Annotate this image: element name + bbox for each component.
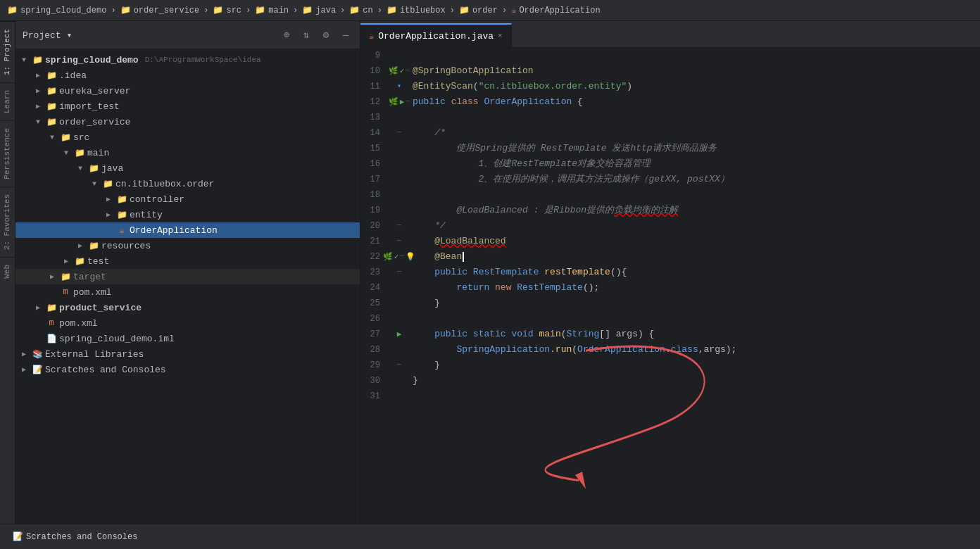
code-line-27: 27 ▶ public static void main(String[] ar…	[360, 327, 980, 342]
breadcrumb-item-7[interactable]: itbluebox	[400, 6, 446, 15]
tab-project[interactable]: 1: Project	[0, 21, 15, 82]
tree-item-test[interactable]: ▶ 📁 test	[15, 253, 360, 269]
breadcrumb-item-8[interactable]: order	[472, 6, 498, 15]
tree-item-pom1[interactable]: ▶ m pom.xml	[15, 284, 360, 300]
bottom-bar: 📝 Scratches and Consoles	[0, 524, 980, 549]
tab-favorites[interactable]: 2: Favorites	[0, 187, 15, 257]
code-line-13: 13	[360, 110, 980, 125]
xml-file-icon: m	[60, 286, 71, 298]
fold-icon-22[interactable]: ─	[400, 252, 404, 262]
folder-icon: 📁	[74, 255, 85, 267]
tree-label: pom.xml	[73, 287, 112, 298]
tree-item-order-service[interactable]: ▼ 📁 order_service	[15, 114, 360, 130]
breadcrumb-folder-icon-4: 📁	[255, 5, 265, 15]
tree-arrow: ▶	[103, 195, 114, 203]
tab-close-button[interactable]: ×	[498, 32, 503, 40]
tree-label: cn.itbluebox.order	[115, 179, 214, 189]
fold-open-icon-11[interactable]: ▾	[394, 82, 404, 92]
code-line-23: 23 ─ public RestTemplate restTemplate(){	[360, 265, 980, 280]
tree-item-main[interactable]: ▼ 📁 main	[15, 145, 360, 160]
code-line-29: 29 ─ }	[360, 358, 980, 373]
tree-item-scratches[interactable]: ▶ 📝 Scratches and Consoles	[15, 362, 360, 377]
tab-learn[interactable]: Learn	[0, 82, 15, 120]
tree-item-controller[interactable]: ▶ 📁 controller	[15, 191, 360, 207]
fold-icon-14[interactable]: ─	[394, 128, 404, 138]
breadcrumb-folder-icon-8: 📁	[459, 5, 470, 15]
breadcrumb-item-2[interactable]: order_service	[134, 6, 200, 15]
breadcrumb-item-4[interactable]: main	[268, 6, 289, 15]
tab-web[interactable]: Web	[0, 257, 15, 286]
tree-arrow: ▼	[61, 149, 72, 157]
tree-label: spring_cloud_demo.iml	[59, 334, 175, 344]
tree-label: Scratches and Consoles	[45, 365, 166, 375]
settings-icon[interactable]: ⚙	[319, 28, 333, 42]
breadcrumb-item-5[interactable]: java	[315, 6, 336, 15]
code-line-15: 15 使用Spring提供的 RestTemplate 发送http请求到商品服…	[360, 141, 980, 156]
code-line-11: 11 ▾ @EntityScan("cn.itbluebox.order.ent…	[360, 79, 980, 94]
code-line-9: 9	[360, 48, 980, 63]
breadcrumb-java-icon: ☕	[511, 5, 516, 15]
left-tabs-panel: 1: Project Learn Persistence 2: Favorite…	[0, 21, 15, 524]
breadcrumb-item-9[interactable]: OrderApplication	[519, 6, 600, 15]
breadcrumb-folder-icon-5: 📁	[302, 5, 313, 15]
tree-arrow: ▶	[18, 365, 30, 374]
tree-item-src[interactable]: ▼ 📁 src	[15, 130, 360, 145]
code-line-28: 28 SpringApplication.run(OrderApplicatio…	[360, 342, 980, 358]
tree-item-pkg[interactable]: ▼ 📁 cn.itbluebox.order	[15, 176, 360, 191]
tree-arrow: ▶	[32, 87, 44, 95]
code-line-22: 22 🌿 ✓ ─ 💡 @Bean	[360, 249, 980, 265]
tree-item-spring-cloud-demo[interactable]: ▼ 📁 spring_cloud_demo D:\AProgramWorkSpa…	[15, 52, 360, 68]
run-icon-27[interactable]: ▶	[394, 329, 404, 339]
breadcrumb-item-6[interactable]: cn	[363, 6, 372, 15]
code-line-17: 17 2、在使用的时候，调用其方法完成操作（getXX, postXX）	[360, 172, 980, 187]
code-editor[interactable]: 9 10 🌿 ✓ ─ @SpringBootApplication	[360, 48, 980, 524]
folder-pkg-icon: 📁	[102, 178, 113, 189]
tree-item-idea[interactable]: ▶ 📁 .idea	[15, 68, 360, 83]
scratches-label: Scratches and Consoles	[26, 532, 137, 542]
tree-item-eureka[interactable]: ▶ 📁 eureka_server	[15, 83, 360, 99]
tree-item-product-service[interactable]: ▶ 📁 product_service	[15, 300, 360, 315]
run-icon-12[interactable]: ▶	[400, 97, 405, 107]
tab-order-application[interactable]: ☕ OrderApplication.java ×	[360, 23, 512, 47]
folder-icon: 📁	[46, 85, 57, 96]
java-class-icon: ☕	[116, 225, 127, 236]
fold-icon-29[interactable]: ─	[394, 360, 404, 370]
tree-label: eureka_server	[59, 86, 130, 96]
tree-item-order-application[interactable]: ▶ ☕ OrderApplication	[15, 222, 360, 238]
tab-persistence[interactable]: Persistence	[0, 120, 15, 187]
tree-arrow: ▶	[61, 257, 72, 265]
scratches-consoles-item[interactable]: 📝 Scratches and Consoles	[8, 529, 142, 545]
iml-file-icon: 📄	[46, 333, 57, 344]
code-editor-wrapper: 9 10 🌿 ✓ ─ @SpringBootApplication	[360, 48, 980, 524]
tree-item-import-test[interactable]: ▶ 📁 import_test	[15, 99, 360, 114]
tree-item-iml[interactable]: ▶ 📄 spring_cloud_demo.iml	[15, 331, 360, 346]
tree-item-pom2[interactable]: ▶ m pom.xml	[15, 315, 360, 331]
library-icon: 📚	[32, 348, 43, 360]
code-line-26: 26	[360, 311, 980, 327]
tree-label: product_service	[59, 303, 142, 313]
code-line-31: 31	[360, 389, 980, 404]
tree-label: External Libraries	[45, 349, 144, 360]
close-panel-button[interactable]: —	[339, 28, 353, 42]
breadcrumb-item-1[interactable]: spring_cloud_demo	[20, 6, 106, 15]
tree-item-java[interactable]: ▼ 📁 java	[15, 160, 360, 176]
tab-java-icon: ☕	[369, 31, 374, 42]
breadcrumb-item-3[interactable]: src	[226, 6, 241, 15]
breadcrumb-folder-icon-3: 📁	[213, 5, 223, 15]
new-window-button[interactable]: ⊕	[279, 28, 294, 42]
code-line-16: 16 1、创建RestTemplate对象交给容器管理	[360, 156, 980, 172]
fold-icon-20[interactable]: ─	[394, 221, 404, 231]
code-line-19: 19 @LoadBalanced : 是Ribbon提供的负载均衡的注解	[360, 203, 980, 218]
code-area: ☕ OrderApplication.java × 9 10	[360, 21, 980, 524]
tree-item-ext-libs[interactable]: ▶ 📚 External Libraries	[15, 346, 360, 362]
fold-icon-21[interactable]: ─	[394, 236, 404, 246]
tree-item-entity[interactable]: ▶ 📁 entity	[15, 207, 360, 222]
collapse-all-button[interactable]: ⇅	[299, 28, 313, 42]
leaf-icon-22: ✓	[394, 252, 399, 262]
fold-icon-23[interactable]: ─	[394, 267, 404, 277]
tree-arrow: ▶	[103, 226, 114, 234]
tree-item-resources[interactable]: ▶ 📁 resources	[15, 238, 360, 253]
tree-label: import_test	[59, 101, 120, 112]
tree-item-target[interactable]: ▶ 📁 target	[15, 269, 360, 284]
xml-file-icon-2: m	[46, 317, 57, 329]
